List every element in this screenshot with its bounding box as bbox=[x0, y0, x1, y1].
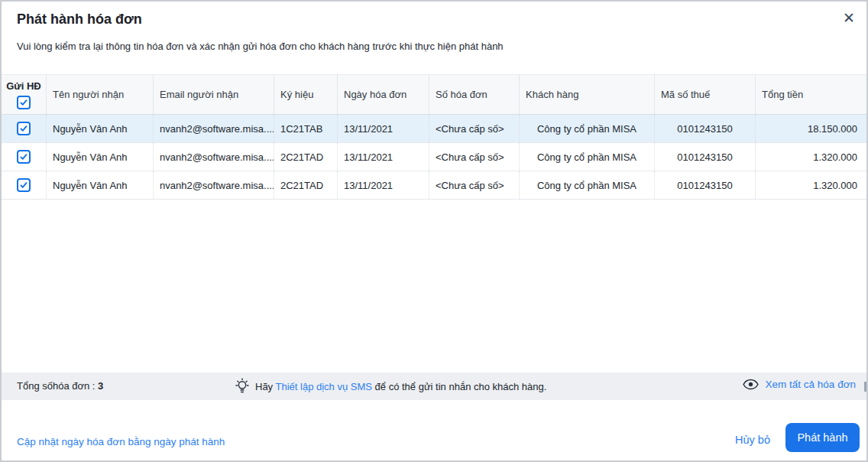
summary-bar: Tổng sốhóa đơn : 3 Hãy Thiết lập dịch vụ… bbox=[2, 373, 866, 400]
invoice-date: 13/11/2021 bbox=[338, 115, 429, 142]
recipient-email: nvanh2@software.misa.... bbox=[154, 143, 274, 171]
row-checkbox[interactable] bbox=[17, 150, 31, 164]
column-header-invoice-date: Ngày hóa đơn bbox=[338, 75, 429, 114]
table-row[interactable]: Nguyễn Vân Anhnvanh2@software.misa....1C… bbox=[2, 115, 866, 143]
sms-hint: Hãy Thiết lập dịch vụ SMS để có thể gửi … bbox=[235, 378, 546, 395]
customer-name: Công ty cổ phần MISA bbox=[520, 115, 655, 142]
table-row[interactable]: Nguyễn Vân Anhnvanh2@software.misa....2C… bbox=[2, 171, 866, 200]
customer-name: Công ty cổ phần MISA bbox=[520, 171, 655, 199]
invoice-date: 13/11/2021 bbox=[338, 143, 429, 171]
recipient-name: Nguyễn Vân Anh bbox=[47, 171, 154, 199]
column-header-recipient-email: Email người nhận bbox=[154, 75, 274, 114]
row-checkbox-cell bbox=[2, 115, 47, 142]
tax-code: 0101243150 bbox=[655, 143, 756, 171]
recipient-email: nvanh2@software.misa.... bbox=[154, 115, 274, 142]
row-checkbox-cell bbox=[2, 171, 47, 199]
page-title: Phát hành hóa đơn bbox=[17, 11, 142, 28]
recipient-name: Nguyễn Vân Anh bbox=[47, 115, 154, 142]
lightbulb-icon bbox=[235, 378, 250, 395]
total-amount: 1.320.000 bbox=[756, 143, 866, 171]
recipient-email: nvanh2@software.misa.... bbox=[154, 171, 274, 199]
total-amount: 1.320.000 bbox=[756, 171, 866, 199]
table-body: Nguyễn Vân Anhnvanh2@software.misa....1C… bbox=[2, 115, 866, 200]
issue-button[interactable]: Phát hành bbox=[785, 423, 860, 452]
invoice-date: 13/11/2021 bbox=[338, 171, 429, 199]
eye-icon bbox=[743, 379, 759, 390]
cancel-button[interactable]: Hủy bỏ bbox=[727, 429, 778, 451]
sms-setup-link[interactable]: Thiết lập dịch vụ SMS bbox=[276, 381, 372, 392]
close-icon[interactable]: ✕ bbox=[839, 8, 859, 28]
sms-hint-suffix: để có thể gửi tin nhắn cho khách hàng. bbox=[375, 381, 547, 392]
invoice-symbol: 1C21TAB bbox=[274, 115, 338, 142]
row-checkbox[interactable] bbox=[17, 178, 31, 192]
column-header-customer: Khách hàng bbox=[520, 75, 655, 114]
table-header-row: Gửi HĐ Tên người nhận Email người nhận K… bbox=[2, 74, 866, 115]
recipient-name: Nguyễn Vân Anh bbox=[47, 143, 154, 171]
column-header-recipient-name: Tên người nhận bbox=[47, 75, 154, 114]
total-invoices-label: Tổng sốhóa đơn : 3 bbox=[17, 380, 103, 392]
select-all-checkbox[interactable] bbox=[17, 96, 31, 109]
checkmark-icon bbox=[19, 152, 28, 161]
view-all-invoices-link[interactable]: Xem tất cả hóa đơn bbox=[766, 379, 856, 390]
row-checkbox-cell bbox=[2, 143, 47, 171]
column-header-tax-code: Mã số thuế bbox=[655, 75, 756, 114]
tax-code: 0101243150 bbox=[655, 115, 756, 142]
column-header-send-invoice: Gửi HĐ bbox=[2, 75, 47, 114]
table-row[interactable]: Nguyễn Vân Anhnvanh2@software.misa....2C… bbox=[2, 143, 866, 171]
column-header-invoice-number: Số hóa đơn bbox=[429, 75, 520, 114]
issue-invoice-dialog: Phát hành hóa đơn ✕ Vui lòng kiểm tra lạ… bbox=[0, 0, 868, 462]
customer-name: Công ty cổ phần MISA bbox=[520, 143, 655, 171]
invoice-number: <Chưa cấp số> bbox=[429, 115, 520, 142]
tax-code: 0101243150 bbox=[655, 171, 756, 199]
column-header-total-amount: Tổng tiền bbox=[756, 75, 866, 114]
total-invoices-count: 3 bbox=[98, 380, 103, 392]
dialog-subtitle: Vui lòng kiểm tra lại thông tin hóa đơn … bbox=[17, 41, 504, 52]
update-invoice-date-link[interactable]: Cập nhật ngày hóa đơn bằng ngày phát hàn… bbox=[17, 436, 225, 447]
invoice-number: <Chưa cấp số> bbox=[429, 143, 520, 171]
sms-hint-prefix: Hãy bbox=[255, 381, 273, 392]
row-checkbox[interactable] bbox=[17, 122, 31, 135]
checkmark-icon bbox=[19, 98, 28, 107]
invoice-table: Gửi HĐ Tên người nhận Email người nhận K… bbox=[2, 74, 866, 200]
total-label-text: Tổng sốhóa đơn : bbox=[17, 380, 95, 392]
total-amount: 18.150.000 bbox=[756, 115, 866, 142]
view-all-invoices[interactable]: Xem tất cả hóa đơn bbox=[743, 379, 856, 390]
clipped-element bbox=[864, 382, 866, 392]
column-header-label: Gửi HĐ bbox=[6, 80, 41, 92]
column-header-invoice-symbol: Ký hiệu bbox=[274, 75, 338, 114]
invoice-symbol: 2C21TAD bbox=[274, 171, 338, 199]
invoice-number: <Chưa cấp số> bbox=[429, 171, 520, 199]
invoice-symbol: 2C21TAD bbox=[274, 143, 338, 171]
checkmark-icon bbox=[19, 124, 28, 133]
checkmark-icon bbox=[19, 181, 28, 190]
